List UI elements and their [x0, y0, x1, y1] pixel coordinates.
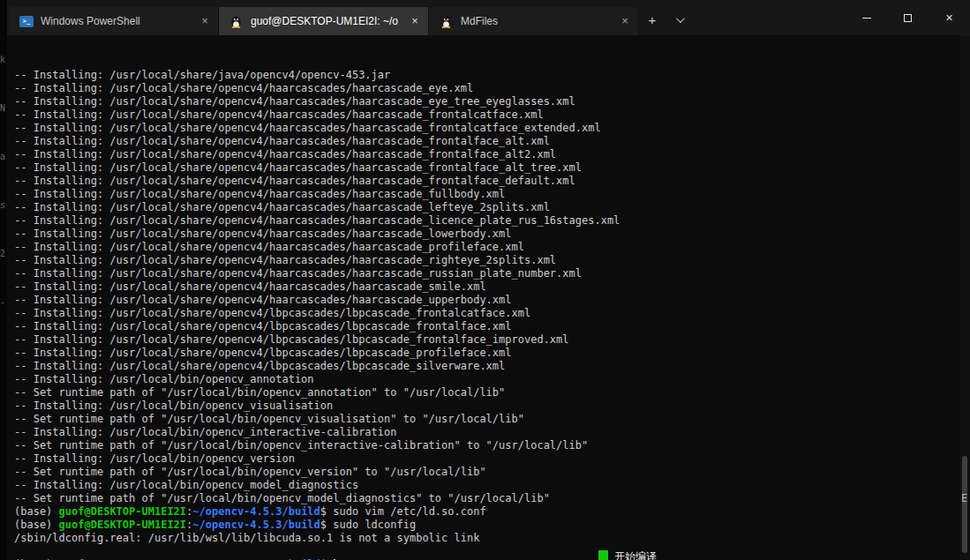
terminal-line: -- Installing: /usr/local/share/opencv4/…: [14, 161, 958, 175]
background-bottom-fragment: 开始编译: [598, 550, 657, 560]
terminal-line: -- Installing: /usr/local/share/opencv4/…: [14, 280, 958, 294]
terminal-window: >_ Windows PowerShell ×: [7, 0, 970, 560]
green-indicator-block: [598, 550, 608, 560]
background-fragment-glyph: 2: [0, 229, 7, 278]
maximize-button[interactable]: [887, 0, 929, 35]
tab-wsl-session[interactable]: guof@DESKTOP-UM1EI2I: ~/o ×: [219, 7, 429, 35]
tab-bar: >_ Windows PowerShell ×: [7, 0, 639, 35]
terminal-line: -- Installing: /usr/local/bin/opencv_int…: [14, 426, 958, 439]
minimize-button[interactable]: [846, 0, 887, 35]
terminal-line: -- Installing: /usr/local/share/opencv4/…: [14, 294, 958, 307]
tab-title: MdFiles: [461, 15, 610, 27]
terminal-line: -- Installing: /usr/local/share/opencv4/…: [14, 214, 958, 228]
terminal-line: -- Installing: /usr/local/bin/opencv_mod…: [14, 479, 958, 492]
terminal-line: -- Installing: /usr/local/share/opencv4/…: [14, 82, 958, 95]
tux-icon: [229, 14, 244, 28]
terminal-line: -- Installing: /usr/local/share/opencv4/…: [14, 122, 958, 135]
tux-icon: [440, 14, 454, 28]
close-icon: ×: [945, 11, 952, 24]
minimize-icon: [862, 18, 871, 19]
background-fragment-glyph: N: [0, 84, 7, 132]
terminal-line: -- Installing: /usr/local/share/opencv4/…: [14, 333, 958, 347]
terminal-line: -- Installing: /usr/local/bin/opencv_ver…: [14, 452, 958, 466]
window-controls: ×: [846, 0, 970, 35]
terminal-line: -- Installing: /usr/local/bin/opencv_ann…: [14, 373, 958, 386]
new-tab-button[interactable]: +: [639, 7, 665, 32]
terminal-line: -- Installing: /usr/local/share/opencv4/…: [14, 347, 958, 360]
terminal-line: -- Set runtime path of "/usr/local/bin/o…: [14, 466, 958, 479]
background-fragment-glyph: k: [0, 35, 7, 84]
terminal-line: -- Installing: /usr/local/share/opencv4/…: [14, 95, 958, 108]
terminal-line: -- Installing: /usr/local/share/opencv4/…: [14, 201, 958, 214]
scrollbar[interactable]: [959, 35, 970, 560]
terminal-line: [14, 545, 958, 558]
tab-title: guof@DESKTOP-UM1EI2I: ~/o: [251, 15, 400, 27]
terminal-lines: -- Installing: /usr/local/share/java/ope…: [14, 69, 958, 560]
terminal-line: -- Installing: /usr/local/share/opencv4/…: [14, 135, 958, 148]
terminal-line: -- Installing: /usr/local/share/opencv4/…: [14, 320, 958, 333]
tab-close-icon[interactable]: ×: [407, 13, 423, 29]
terminal-line: -- Installing: /usr/local/bin/opencv_vis…: [14, 399, 958, 413]
background-fragment-glyph: s: [0, 181, 7, 229]
terminal-line: -- Set runtime path of "/usr/local/bin/o…: [14, 386, 958, 399]
terminal-line: -- Installing: /usr/local/share/opencv4/…: [14, 108, 958, 122]
tab-close-icon[interactable]: ×: [617, 13, 633, 29]
background-left-strip: kNas2-: [0, 0, 7, 560]
terminal-line: -- Installing: /usr/local/share/java/ope…: [14, 69, 958, 82]
terminal-line: -- Set runtime path of "/usr/local/bin/o…: [14, 492, 958, 505]
background-right-fragment: E: [961, 492, 970, 504]
scrollbar-thumb[interactable]: [962, 456, 967, 553]
background-fragment-glyph: -: [0, 278, 7, 326]
terminal-line: /sbin/ldconfig.real: /usr/lib/wsl/lib/li…: [14, 532, 958, 545]
close-button[interactable]: ×: [929, 0, 970, 35]
background-fragment-text: 开始编译: [614, 550, 657, 560]
terminal-line: -- Installing: /usr/local/share/opencv4/…: [14, 188, 958, 201]
terminal-line: -- Installing: /usr/local/share/opencv4/…: [14, 307, 958, 320]
terminal-line: (base) guof@DESKTOP-UM1EI2I:~/opencv-4.5…: [14, 505, 958, 519]
terminal-line: -- Installing: /usr/local/share/opencv4/…: [14, 254, 958, 267]
powershell-icon: >_: [19, 16, 34, 27]
terminal-line: (base) guof@DESKTOP-UM1EI2I:~/opencv-4.5…: [14, 519, 958, 532]
tab-dropdown-button[interactable]: [665, 7, 692, 32]
tab-close-icon[interactable]: ×: [197, 13, 213, 29]
terminal-line: -- Installing: /usr/local/share/opencv4/…: [14, 148, 958, 161]
background-fragment-glyph: a: [0, 132, 7, 181]
terminal-line: -- Installing: /usr/local/share/opencv4/…: [14, 241, 958, 254]
terminal-line: -- Set runtime path of "/usr/local/bin/o…: [14, 439, 958, 452]
tab-title: Windows PowerShell: [41, 15, 190, 27]
terminal-viewport[interactable]: -- Installing: /usr/local/share/java/ope…: [7, 35, 970, 560]
terminal-line: -- Installing: /usr/local/share/opencv4/…: [14, 228, 958, 241]
terminal-line: -- Installing: /usr/local/share/opencv4/…: [14, 175, 958, 188]
terminal-line: -- Set runtime path of "/usr/local/bin/o…: [14, 413, 958, 426]
maximize-icon: [904, 14, 912, 22]
tab-windows-powershell[interactable]: >_ Windows PowerShell ×: [9, 7, 219, 35]
terminal-line: -- Installing: /usr/local/share/opencv4/…: [14, 267, 958, 280]
titlebar: >_ Windows PowerShell ×: [7, 0, 970, 35]
terminal-line: -- Installing: /usr/local/share/opencv4/…: [14, 360, 958, 373]
tab-mdfiles[interactable]: MdFiles ×: [429, 7, 639, 35]
titlebar-drag-region[interactable]: [692, 0, 846, 35]
chevron-down-icon: [675, 14, 684, 23]
